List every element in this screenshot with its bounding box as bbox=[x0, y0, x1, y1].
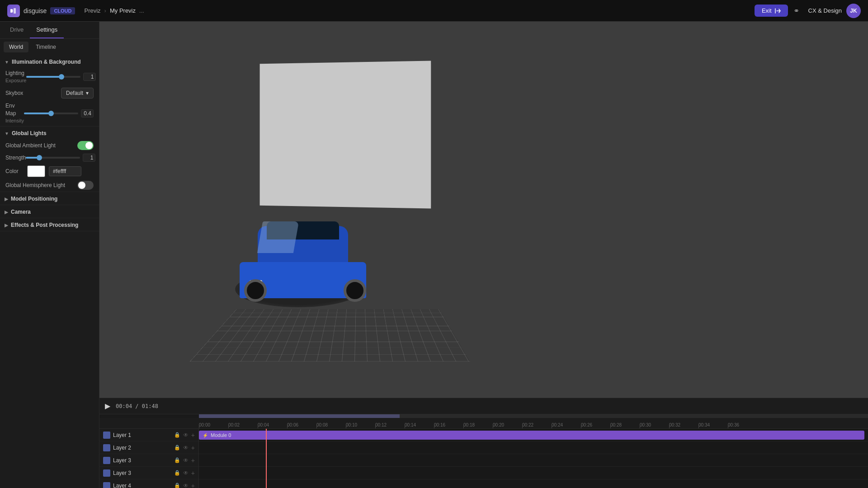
sub-tab-timeline[interactable]: Timeline bbox=[30, 42, 61, 52]
layer-eye-icon-3a[interactable]: 👁 bbox=[183, 457, 189, 464]
layer-name-2: Layer 2 bbox=[113, 445, 171, 451]
layer-add-icon-3a[interactable]: + bbox=[191, 457, 195, 464]
top-navigation: disguise CLOUD Previz › My Previz ... Ex… bbox=[0, 0, 868, 22]
global-lights-label: Global Lights bbox=[12, 130, 47, 136]
global-ambient-label: Global Ambient Light bbox=[5, 142, 56, 150]
timeline-ruler: 00:00 00:02 00:04 00:06 00:08 00:10 00:1… bbox=[99, 418, 868, 429]
ruler-tick-2: 00:04 bbox=[258, 422, 287, 427]
viewport-area: ▶ 00:04 / 01:48 00:00 00:02 00:04 00:06 … bbox=[99, 22, 868, 488]
layer-row-3a[interactable]: Layer 3 🔒 👁 + bbox=[99, 454, 198, 467]
skybox-dropdown[interactable]: Default ▾ bbox=[61, 88, 94, 99]
tab-drive[interactable]: Drive bbox=[4, 22, 30, 38]
ruler-tick-1: 00:02 bbox=[228, 422, 258, 427]
global-ambient-toggle[interactable] bbox=[77, 141, 94, 150]
strength-thumb[interactable] bbox=[37, 155, 42, 160]
effects-header[interactable]: ▶ Effects & Post Processing bbox=[0, 218, 99, 231]
ruler-tick-7: 00:14 bbox=[405, 422, 434, 427]
ruler-tick-3: 00:06 bbox=[287, 422, 316, 427]
env-map-row: Env Map Intensity 0.4 bbox=[0, 100, 99, 126]
lighting-thumb[interactable] bbox=[59, 74, 64, 80]
skybox-label: Skybox bbox=[5, 89, 23, 97]
illumination-header[interactable]: ▼ Illumination & Background bbox=[0, 55, 99, 68]
link-icon[interactable]: ⚭ bbox=[793, 6, 799, 15]
sub-tab-world[interactable]: World bbox=[4, 42, 28, 52]
layer-eye-icon-3b[interactable]: 👁 bbox=[183, 470, 189, 476]
layer-add-icon-1[interactable]: + bbox=[191, 432, 195, 439]
camera-section: ▶ Camera bbox=[0, 205, 99, 218]
layer-row-2[interactable]: Layer 2 🔒 👁 + bbox=[99, 441, 198, 454]
tab-bar: Drive Settings bbox=[0, 22, 99, 39]
layer-eye-icon-2[interactable]: 👁 bbox=[183, 445, 189, 451]
left-panel: Drive Settings World Timeline ▼ Illumina… bbox=[0, 22, 99, 488]
camera-header[interactable]: ▶ Camera bbox=[0, 205, 99, 218]
layer-lock-icon-3b[interactable]: 🔒 bbox=[174, 470, 180, 476]
svg-rect-2 bbox=[12, 10, 13, 12]
effects-section: ▶ Effects & Post Processing bbox=[0, 218, 99, 231]
layer-row-3b[interactable]: Layer 3 🔒 👁 + bbox=[99, 467, 198, 479]
layers-area: Layer 1 🔒 👁 + Layer 2 🔒 👁 + bbox=[99, 429, 868, 488]
timeline-area: ▶ 00:04 / 01:48 00:00 00:02 00:04 00:06 … bbox=[99, 398, 868, 488]
layer-lock-icon-1[interactable]: 🔒 bbox=[174, 432, 180, 438]
breadcrumb-dots[interactable]: ... bbox=[139, 7, 144, 14]
color-row: Color bbox=[0, 164, 99, 179]
global-lights-header[interactable]: ▼ Global Lights bbox=[0, 127, 99, 139]
exit-button[interactable]: Exit bbox=[755, 5, 788, 17]
model-positioning-header[interactable]: ▶ Model Positioning bbox=[0, 192, 99, 205]
total-time: 01:48 bbox=[142, 403, 158, 409]
floor-grid bbox=[190, 309, 470, 361]
ruler-tick-16: 00:32 bbox=[669, 422, 698, 427]
viewport-3d[interactable] bbox=[99, 22, 868, 398]
breadcrumb-parent[interactable]: Previz bbox=[84, 7, 100, 14]
layer-lock-icon-3a[interactable]: 🔒 bbox=[174, 457, 180, 463]
timeline-tracks[interactable]: ⚡ Module 0 bbox=[199, 429, 868, 488]
layer-lock-icon-2[interactable]: 🔒 bbox=[174, 445, 180, 450]
skybox-row: Skybox Default ▾ bbox=[0, 86, 99, 100]
color-label: Color bbox=[5, 168, 24, 174]
hemisphere-toggle[interactable] bbox=[77, 181, 94, 190]
effects-chevron: ▶ bbox=[5, 223, 8, 228]
lighting-slider[interactable] bbox=[26, 76, 80, 78]
playhead[interactable] bbox=[266, 429, 267, 488]
camera-chevron: ▶ bbox=[5, 210, 8, 215]
strength-slider-container: 1 bbox=[26, 154, 95, 162]
layer-row-1[interactable]: Layer 1 🔒 👁 + bbox=[99, 429, 198, 441]
skybox-value: Default bbox=[66, 90, 83, 96]
color-swatch[interactable] bbox=[27, 165, 45, 177]
env-map-slider-container: 0.4 bbox=[24, 109, 94, 117]
exit-label: Exit bbox=[762, 7, 772, 14]
ruler-tick-11: 00:22 bbox=[522, 422, 552, 427]
env-map-thumb[interactable] bbox=[48, 111, 54, 116]
layer-add-icon-4[interactable]: + bbox=[191, 482, 195, 488]
hemisphere-thumb bbox=[78, 182, 85, 189]
track-row-1[interactable]: ⚡ Module 0 bbox=[199, 429, 868, 441]
main-layout: Drive Settings World Timeline ▼ Illumina… bbox=[0, 22, 868, 488]
layer-lock-icon-4[interactable]: 🔒 bbox=[174, 483, 180, 488]
current-time: 00:04 bbox=[116, 403, 132, 409]
env-map-label: Env Map Intensity bbox=[5, 102, 24, 124]
ruler-tick-10: 00:20 bbox=[493, 422, 522, 427]
tab-settings[interactable]: Settings bbox=[30, 22, 64, 38]
layer-add-icon-2[interactable]: + bbox=[191, 444, 195, 451]
camera-label: Camera bbox=[11, 209, 31, 215]
timeline-scrubber[interactable] bbox=[199, 414, 868, 418]
module-block[interactable]: ⚡ Module 0 bbox=[199, 431, 864, 440]
env-map-slider[interactable] bbox=[24, 113, 78, 114]
global-ambient-row: Global Ambient Light bbox=[0, 139, 99, 152]
layer-add-icon-3b[interactable]: + bbox=[191, 469, 195, 477]
lighting-slider-container: 1 bbox=[26, 73, 96, 81]
ruler-tick-9: 00:18 bbox=[463, 422, 493, 427]
lighting-value: 1 bbox=[83, 73, 96, 81]
track-row-4 bbox=[199, 467, 868, 479]
strength-slider[interactable] bbox=[26, 157, 80, 159]
play-button[interactable]: ▶ bbox=[105, 402, 110, 410]
layer-eye-icon-1[interactable]: 👁 bbox=[183, 432, 189, 438]
layer-icon-3a bbox=[103, 457, 110, 464]
illumination-label: Illumination & Background bbox=[12, 59, 81, 65]
layer-eye-icon-4[interactable]: 👁 bbox=[183, 483, 189, 488]
layer-icon-2 bbox=[103, 444, 110, 451]
strength-row: Strength 1 bbox=[0, 152, 99, 164]
ruler-tick-6: 00:12 bbox=[375, 422, 405, 427]
layer-row-4[interactable]: Layer 4 🔒 👁 + bbox=[99, 479, 198, 488]
playhead-arrow bbox=[263, 429, 269, 430]
color-hex-input[interactable] bbox=[49, 166, 81, 176]
